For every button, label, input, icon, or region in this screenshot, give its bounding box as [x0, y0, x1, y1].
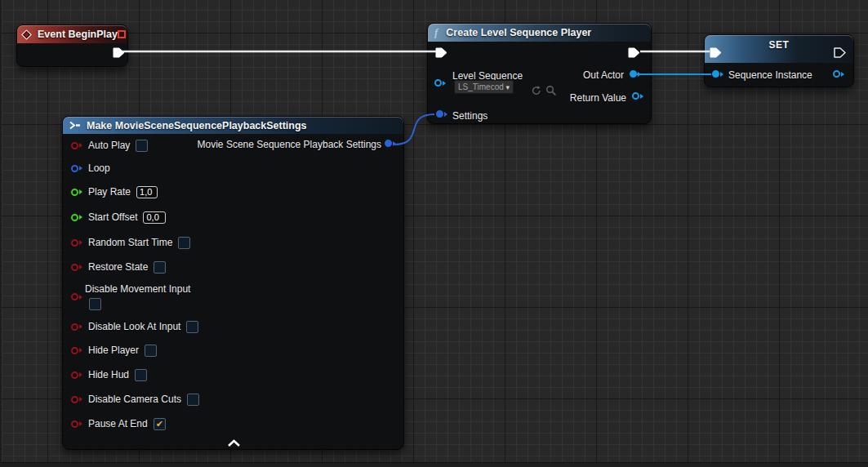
- pin-row-hide-player: Hide Player: [71, 343, 157, 358]
- use-selected-asset-icon[interactable]: [531, 85, 542, 96]
- node-event-beginplay[interactable]: Event BeginPlay: [16, 24, 128, 67]
- pause-at-end-label: Pause At End: [88, 418, 148, 429]
- start-offset-label: Start Offset: [88, 211, 137, 223]
- disable-movement-input-label: Disable Movement Input: [85, 283, 190, 295]
- blueprint-graph-canvas[interactable]: Event BeginPlay f Create Level Sequence …: [0, 0, 868, 467]
- level-sequence-asset-dropdown[interactable]: LS_TimecodePr ▾: [454, 80, 514, 94]
- sequence-instance-label: Sequence Instance: [728, 69, 812, 81]
- play-rate-pin[interactable]: [71, 189, 78, 196]
- viewport-bottom-edge: [0, 462, 868, 467]
- restore-state-pin[interactable]: [71, 264, 78, 271]
- function-icon: f: [434, 26, 438, 39]
- viewport-left-edge: [0, 0, 2, 467]
- hide-hud-pin[interactable]: [71, 371, 78, 379]
- auto-play-pin[interactable]: [71, 142, 78, 149]
- output-struct-pin[interactable]: [385, 140, 392, 147]
- play-rate-label: Play Rate: [88, 186, 131, 198]
- pause-at-end-checkbox[interactable]: ✔: [154, 418, 166, 430]
- level-sequence-input-pin[interactable]: [434, 79, 442, 87]
- pin-row-play-rate: Play Rate: [71, 185, 158, 199]
- node-title: Make MovieSceneSequencePlaybackSettings: [87, 120, 307, 131]
- exec-output-pin[interactable]: [113, 47, 125, 58]
- play-rate-field[interactable]: [136, 186, 158, 198]
- chevron-down-icon: ▾: [505, 83, 510, 91]
- restore-state-checkbox[interactable]: [154, 261, 166, 274]
- hide-hud-label: Hide Hud: [88, 369, 129, 380]
- pin-row-auto-play: Auto Play: [71, 138, 148, 153]
- node-header[interactable]: Make MovieSceneSequencePlaybackSettings: [63, 117, 403, 134]
- pin-row-start-offset: Start Offset: [71, 210, 166, 225]
- auto-play-checkbox[interactable]: [136, 140, 148, 152]
- settings-input-pin[interactable]: [436, 110, 443, 118]
- random-start-time-label: Random Start Time: [88, 237, 172, 248]
- disable-camera-cuts-label: Disable Camera Cuts: [88, 394, 181, 405]
- node-title: Create Level Sequence Player: [446, 27, 591, 38]
- node-make-playback-settings[interactable]: Make MovieSceneSequencePlaybackSettings …: [62, 116, 404, 450]
- disable-camera-cuts-checkbox[interactable]: [187, 394, 199, 406]
- return-value-label: Return Value: [570, 92, 626, 104]
- event-icon: [21, 29, 32, 40]
- node-set-sequence-instance[interactable]: SET Sequence Instance: [704, 34, 854, 87]
- loop-label: Loop: [88, 162, 110, 174]
- make-struct-icon: [69, 121, 81, 130]
- out-actor-label: Out Actor: [583, 69, 624, 81]
- loop-pin[interactable]: [71, 165, 78, 172]
- random-start-time-checkbox[interactable]: [178, 237, 190, 249]
- pin-row-disable-camera-cuts: Disable Camera Cuts: [71, 392, 199, 407]
- hide-player-label: Hide Player: [88, 345, 139, 356]
- start-offset-pin[interactable]: [71, 214, 78, 221]
- disable-camera-cuts-pin[interactable]: [71, 396, 78, 403]
- sequence-instance-input-pin[interactable]: [712, 70, 719, 78]
- exec-input-pin[interactable]: [710, 47, 722, 58]
- browse-asset-icon[interactable]: [545, 85, 557, 96]
- return-value-output-pin[interactable]: [632, 92, 639, 100]
- auto-play-label: Auto Play: [88, 140, 130, 151]
- asset-dropdown-value: LS_TimecodePr: [458, 82, 504, 91]
- node-header[interactable]: Event BeginPlay: [17, 25, 127, 43]
- sequence-instance-output-pin[interactable]: [833, 70, 840, 78]
- pause-at-end-pin[interactable]: [71, 420, 78, 428]
- disable-look-at-input-checkbox[interactable]: [186, 321, 198, 333]
- hide-player-checkbox[interactable]: [145, 345, 157, 357]
- exec-input-pin[interactable]: [435, 47, 447, 58]
- node-create-level-sequence-player[interactable]: f Create Level Sequence Player Level Seq…: [427, 23, 652, 124]
- node-header[interactable]: f Create Level Sequence Player: [428, 24, 651, 42]
- hide-player-pin[interactable]: [71, 347, 78, 354]
- disable-movement-input-checkbox[interactable]: [89, 298, 101, 310]
- random-start-time-pin[interactable]: [71, 239, 78, 247]
- pin-row-disable-look-at-input: Disable Look At Input: [71, 319, 198, 334]
- exec-output-pin[interactable]: [834, 47, 846, 58]
- restore-state-label: Restore State: [88, 261, 148, 273]
- pin-row-loop: Loop: [71, 161, 110, 176]
- disable-look-at-input-label: Disable Look At Input: [88, 321, 180, 332]
- pin-row-pause-at-end: Pause At End ✔: [71, 416, 166, 431]
- pin-row-hide-hud: Hide Hud: [71, 367, 147, 382]
- collapse-node-chevron-icon[interactable]: [227, 439, 241, 447]
- start-offset-field[interactable]: [143, 211, 166, 224]
- disable-look-at-input-pin[interactable]: [71, 323, 78, 331]
- delegate-pin-icon[interactable]: [118, 30, 126, 38]
- pin-row-restore-state: Restore State: [71, 260, 166, 274]
- output-struct-label: Movie Scene Sequence Playback Settings: [198, 139, 381, 150]
- pin-row-random-start-time: Random Start Time: [71, 235, 190, 250]
- out-actor-output-pin[interactable]: [630, 70, 637, 78]
- disable-movement-input-pin[interactable]: [71, 293, 78, 300]
- node-title: Event BeginPlay: [38, 29, 118, 40]
- pin-row-disable-movement-input: Disable Movement Input: [71, 282, 251, 312]
- settings-label: Settings: [452, 110, 487, 122]
- hide-hud-checkbox[interactable]: [135, 369, 147, 381]
- node-title: SET: [705, 39, 853, 51]
- exec-output-pin[interactable]: [628, 47, 640, 58]
